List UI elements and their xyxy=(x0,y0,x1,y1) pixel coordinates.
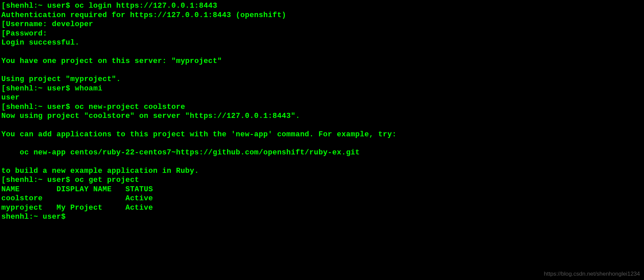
terminal-line: [shenhl:~ user$ oc login https://127.0.0… xyxy=(1,1,643,11)
terminal-line: Now using project "coolstore" on server … xyxy=(1,112,643,121)
terminal-line xyxy=(1,139,643,148)
terminal-line: Using project "myproject". xyxy=(1,75,643,84)
terminal-line: [shenhl:~ user$ oc new-project coolstore xyxy=(1,102,643,112)
terminal-line: oc new-app centos/ruby-22-centos7~https:… xyxy=(1,148,643,157)
terminal-line: [shenhl:~ user$ oc get project xyxy=(1,176,643,185)
terminal-line: [Username: developer xyxy=(1,20,643,29)
terminal-line: user xyxy=(1,93,643,102)
terminal-line: coolstore Active xyxy=(1,194,643,203)
terminal-line: [shenhl:~ user$ whoami xyxy=(1,84,643,93)
terminal-output[interactable]: [shenhl:~ user$ oc login https://127.0.0… xyxy=(1,1,643,222)
terminal-line: You have one project on this server: "my… xyxy=(1,57,643,66)
terminal-line: [Password: xyxy=(1,29,643,39)
watermark-text: https://blog.csdn.net/shenhonglei1234 xyxy=(544,270,640,277)
terminal-line: shenhl:~ user$ xyxy=(1,212,643,222)
terminal-line: Authentication required for https://127.… xyxy=(1,11,643,20)
terminal-line xyxy=(1,66,643,75)
terminal-line xyxy=(1,157,643,166)
terminal-line: to build a new example application in Ru… xyxy=(1,166,643,176)
terminal-line: Login successful. xyxy=(1,38,643,48)
terminal-line: NAME DISPLAY NAME STATUS xyxy=(1,185,643,194)
terminal-line xyxy=(1,121,643,130)
terminal-line: You can add applications to this project… xyxy=(1,130,643,139)
terminal-line xyxy=(1,48,643,57)
terminal-line: myproject My Project Active xyxy=(1,203,643,213)
